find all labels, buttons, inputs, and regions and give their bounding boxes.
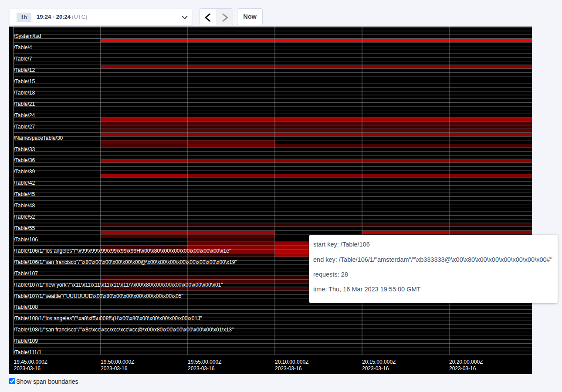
svg-text:/Table/52: /Table/52 (14, 214, 35, 220)
svg-text:/Table/108/1/"los angeles"/"\x: /Table/108/1/"los angeles"/"\xa8\xf5\u00… (14, 315, 202, 321)
svg-text:2023-03-16: 2023-03-16 (14, 365, 41, 372)
svg-text:19:45:00.000Z: 19:45:00.000Z (14, 359, 47, 365)
svg-text:19:55:00.000Z: 19:55:00.000Z (188, 359, 221, 365)
svg-text:/Table/48: /Table/48 (14, 203, 35, 209)
svg-text:/Table/18: /Table/18 (14, 90, 35, 96)
svg-text:/Table/39: /Table/39 (14, 169, 35, 175)
svg-text:/Table/107: /Table/107 (14, 270, 38, 277)
svg-text:/Table/21: /Table/21 (14, 101, 35, 107)
svg-text:/Table/42: /Table/42 (14, 180, 35, 186)
svg-text:20:10:00.000Z: 20:10:00.000Z (275, 359, 308, 365)
svg-text:/Table/45: /Table/45 (14, 191, 35, 197)
svg-text:/Table/15: /Table/15 (14, 78, 35, 84)
svg-text:/Table/109: /Table/109 (14, 338, 38, 344)
svg-text:/Table/36: /Table/36 (14, 157, 35, 163)
svg-text:/NamespaceTable/30: /NamespaceTable/30 (14, 135, 63, 141)
svg-text:20:20:00.000Z: 20:20:00.000Z (449, 359, 483, 365)
svg-text:/Table/55: /Table/55 (14, 225, 35, 231)
svg-text:/Table/7: /Table/7 (14, 56, 32, 62)
svg-text:/Table/24: /Table/24 (14, 112, 35, 118)
svg-text:19:50:00.000Z: 19:50:00.000Z (101, 359, 134, 365)
svg-text:/System/tsd: /System/tsd (14, 33, 41, 39)
svg-text:/Table/4: /Table/4 (14, 44, 32, 51)
svg-text:2023-03-16: 2023-03-16 (101, 365, 128, 372)
svg-text:/Table/27: /Table/27 (14, 124, 35, 130)
svg-text:2023-03-16: 2023-03-16 (188, 365, 215, 372)
svg-text:2023-03-16: 2023-03-16 (362, 365, 389, 372)
svg-text:20:15:00.000Z: 20:15:00.000Z (362, 359, 396, 365)
svg-text:/Table/12: /Table/12 (14, 67, 35, 73)
svg-text:/Table/111/1: /Table/111/1 (14, 349, 42, 355)
svg-text:/Table/106/1/"san francisco"/": /Table/106/1/"san francisco"/"\x80\x00\x… (14, 259, 237, 265)
svg-text:2023-03-16: 2023-03-16 (275, 365, 302, 372)
svg-text:/Table/106/1/"los angeles"/"\x: /Table/106/1/"los angeles"/"\x99\x99\x99… (14, 248, 231, 254)
svg-text:/Table/33: /Table/33 (14, 146, 35, 152)
svg-text:/Table/107/1/"seattle"/"UUUUUU: /Table/107/1/"seattle"/"UUUUUUD\x00\x80\… (14, 293, 183, 299)
svg-text:/Table/108: /Table/108 (14, 304, 38, 310)
svg-text:/Table/107/1/"new york"/"\x11\: /Table/107/1/"new york"/"\x11\x11\x11\x1… (14, 282, 223, 288)
svg-text:/Table/108/1/"san francisco"/": /Table/108/1/"san francisco"/"\x8c\xcc\x… (14, 327, 234, 333)
svg-text:2023-03-16: 2023-03-16 (449, 365, 476, 372)
svg-text:/Table/106: /Table/106 (14, 237, 38, 243)
